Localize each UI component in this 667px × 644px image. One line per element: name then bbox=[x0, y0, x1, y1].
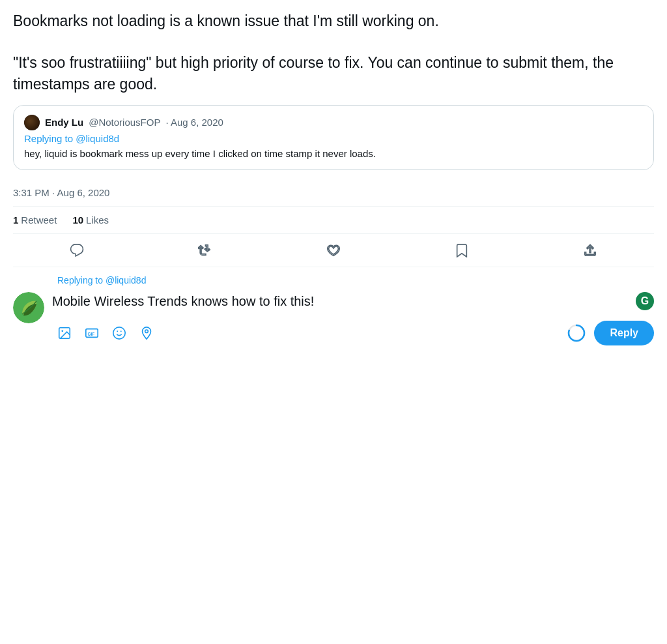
likes-stat[interactable]: 10 Likes bbox=[72, 214, 109, 226]
likes-label: Likes bbox=[86, 214, 109, 226]
tweet-stats: 1 Retweet 10 Likes bbox=[13, 207, 654, 234]
bookmark-action-button[interactable] bbox=[448, 237, 475, 264]
reply-tools: GIF bbox=[52, 321, 159, 345]
emoji-icon bbox=[112, 326, 126, 340]
retweet-icon bbox=[198, 243, 212, 257]
replying-to-handle[interactable]: @liquid8d bbox=[106, 275, 146, 285]
like-action-button[interactable] bbox=[320, 237, 347, 264]
tweet-timestamp: 3:31 PM · Aug 6, 2020 bbox=[13, 179, 654, 207]
svg-point-5 bbox=[113, 327, 125, 339]
tweet-body-line1: Bookmarks not loading is a known issue t… bbox=[13, 10, 654, 31]
quoted-replying-to: Replying to @liquid8d bbox=[24, 133, 643, 144]
quoted-tweet-header: Endy Lu @NotoriousFOP · Aug 6, 2020 bbox=[24, 115, 643, 130]
quoted-avatar bbox=[24, 115, 40, 130]
share-action-button[interactable] bbox=[576, 237, 604, 264]
quoted-tweet[interactable]: Endy Lu @NotoriousFOP · Aug 6, 2020 Repl… bbox=[13, 105, 654, 170]
reply-avatar-graphic bbox=[13, 292, 44, 323]
tweet-body: Bookmarks not loading is a known issue t… bbox=[13, 10, 654, 95]
emoji-tool-button[interactable] bbox=[107, 321, 132, 345]
quoted-handle: @NotoriousFOP bbox=[89, 117, 160, 128]
tweet-actions bbox=[13, 234, 654, 267]
replying-to-line: Replying to @liquid8d bbox=[13, 275, 654, 285]
reply-text-input[interactable]: Mobile Wireless Trends knows how to fix … bbox=[52, 292, 631, 310]
location-tool-button[interactable] bbox=[134, 321, 159, 345]
tweet-container: Bookmarks not loading is a known issue t… bbox=[0, 0, 667, 353]
retweet-action-button[interactable] bbox=[192, 237, 219, 264]
reply-icon bbox=[70, 243, 84, 257]
retweet-count: 1 bbox=[13, 214, 18, 226]
reply-section: Replying to @liquid8d Mobile Wireless Tr… bbox=[13, 267, 654, 353]
reply-text-row: Mobile Wireless Trends knows how to fix … bbox=[52, 292, 654, 310]
tweet-body-line2: "It's soo frustratiiiing" but high prior… bbox=[13, 52, 654, 94]
gif-tool-button[interactable]: GIF bbox=[79, 321, 104, 345]
bookmark-icon bbox=[455, 243, 469, 257]
quoted-name: Endy Lu bbox=[45, 117, 83, 128]
svg-point-2 bbox=[61, 330, 63, 332]
reply-composer: Mobile Wireless Trends knows how to fix … bbox=[13, 292, 654, 353]
likes-count: 10 bbox=[72, 214, 83, 226]
retweet-stat[interactable]: 1 Retweet bbox=[13, 214, 57, 226]
grammarly-badge: G bbox=[636, 292, 654, 310]
reply-actions-row: GIF bbox=[52, 315, 654, 345]
quoted-date: · Aug 6, 2020 bbox=[165, 117, 223, 128]
image-tool-button[interactable] bbox=[52, 321, 77, 345]
like-icon bbox=[326, 243, 341, 257]
location-icon bbox=[139, 326, 154, 340]
retweet-label: Retweet bbox=[21, 214, 57, 226]
reply-action-button[interactable] bbox=[63, 237, 91, 264]
quoted-tweet-text: hey, liquid is bookmark mess up every ti… bbox=[24, 147, 643, 160]
image-icon bbox=[57, 326, 72, 340]
svg-point-8 bbox=[145, 330, 149, 333]
gif-icon: GIF bbox=[85, 326, 99, 340]
reply-submit-button[interactable]: Reply bbox=[594, 321, 654, 345]
reply-right-actions: Reply bbox=[567, 321, 654, 345]
character-count-circle bbox=[567, 323, 586, 343]
share-icon bbox=[583, 243, 597, 257]
reply-input-area: Mobile Wireless Trends knows how to fix … bbox=[52, 292, 654, 345]
svg-text:GIF: GIF bbox=[88, 331, 95, 336]
reply-user-avatar bbox=[13, 292, 44, 323]
